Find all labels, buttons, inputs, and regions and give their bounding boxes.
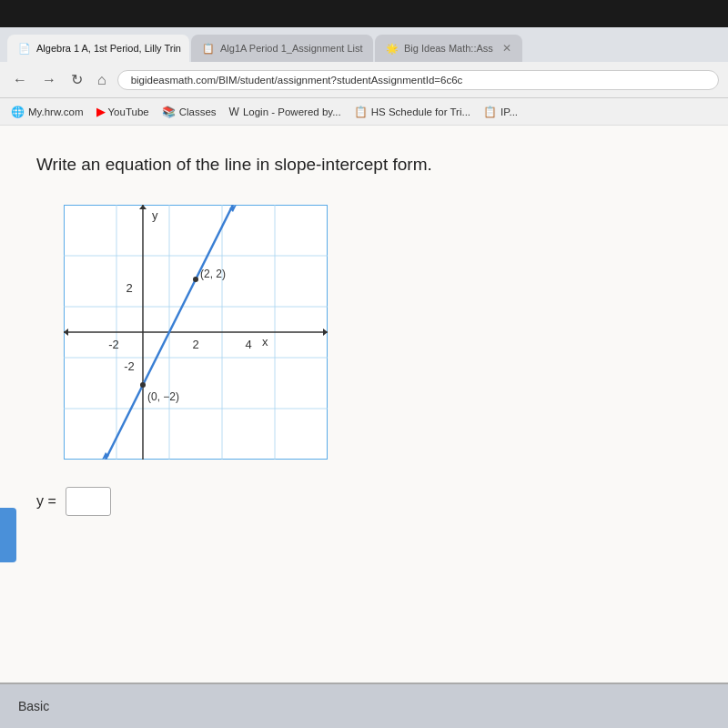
youtube-icon: ▶	[96, 106, 105, 118]
bookmark-classes[interactable]: 📚 Classes	[162, 106, 217, 118]
graph-container: -2 2 4 x 2 -2 y	[64, 205, 328, 460]
answer-label: y =	[36, 493, 56, 510]
tab-bigideas-label: Big Ideas Math::Ass	[404, 43, 493, 54]
svg-text:x: x	[262, 335, 268, 349]
tab-bigideas-close[interactable]: ✕	[502, 42, 511, 55]
svg-point-24	[193, 277, 198, 282]
hrw-icon: 🌐	[11, 106, 25, 118]
forward-button[interactable]: →	[38, 68, 60, 92]
bookmark-hrw-label: My.hrw.com	[28, 106, 84, 117]
svg-point-26	[140, 382, 146, 388]
page-content: Write an equation of the line in slope-i…	[0, 126, 728, 682]
tab-bigideas-icon: 🌟	[386, 43, 399, 55]
address-bar-row: ← → ↻ ⌂	[0, 62, 728, 98]
bookmark-hrw[interactable]: 🌐 My.hrw.com	[11, 106, 84, 118]
bookmark-classes-label: Classes	[179, 106, 217, 117]
svg-text:(0, −2): (0, −2)	[147, 390, 179, 403]
bookmark-ip-label: IP...	[500, 106, 518, 117]
tab-bigideas[interactable]: 🌟 Big Ideas Math::Ass ✕	[375, 35, 522, 62]
tab-algebra-label: Algebra 1 A, 1st Period, Lilly Trin	[36, 43, 181, 54]
svg-text:2: 2	[192, 338, 198, 351]
tab-assignment-close[interactable]: ✕	[372, 42, 373, 55]
svg-text:(2, 2): (2, 2)	[200, 268, 226, 280]
login-icon: W	[229, 106, 239, 118]
bookmark-login-label: Login - Powered by...	[243, 106, 341, 117]
bookmark-ip[interactable]: 📋 IP...	[483, 106, 518, 118]
home-button[interactable]: ⌂	[94, 68, 110, 92]
answer-input[interactable]	[66, 487, 111, 516]
bookmark-schedule-label: HS Schedule for Tri...	[371, 106, 470, 117]
question-text: Write an equation of the line in slope-i…	[36, 153, 692, 177]
ip-icon: 📋	[483, 106, 497, 118]
bookmark-youtube-label: YouTube	[108, 106, 149, 117]
svg-text:4: 4	[245, 338, 251, 351]
schedule-icon: 📋	[354, 106, 368, 118]
classes-icon: 📚	[162, 106, 176, 118]
tab-bar: 📄 Algebra 1 A, 1st Period, Lilly Trin ✕ …	[0, 27, 728, 62]
svg-text:-2: -2	[124, 359, 135, 373]
bookmark-login[interactable]: W Login - Powered by...	[229, 106, 341, 118]
answer-row: y =	[36, 487, 692, 516]
tab-algebra-icon: 📄	[18, 43, 31, 55]
bookmark-schedule[interactable]: 📋 HS Schedule for Tri...	[354, 106, 470, 118]
reload-button[interactable]: ↻	[67, 67, 86, 92]
top-bar	[0, 0, 728, 27]
svg-text:2: 2	[126, 281, 132, 295]
basic-label: Basic	[18, 699, 49, 713]
tab-algebra[interactable]: 📄 Algebra 1 A, 1st Period, Lilly Trin ✕	[7, 35, 189, 62]
bookmarks-bar: 🌐 My.hrw.com ▶ YouTube 📚 Classes W Login…	[0, 98, 728, 126]
graph-svg: -2 2 4 x 2 -2 y	[64, 205, 328, 460]
tab-assignment-label: Alg1A Period 1_Assignment List	[220, 43, 363, 54]
side-tab[interactable]	[0, 508, 16, 562]
bookmark-youtube[interactable]: ▶ YouTube	[96, 106, 149, 118]
svg-text:-2: -2	[108, 338, 119, 351]
browser: 📄 Algebra 1 A, 1st Period, Lilly Trin ✕ …	[0, 27, 728, 728]
bottom-toolbar: Basic	[0, 682, 728, 728]
tab-assignment[interactable]: 📋 Alg1A Period 1_Assignment List ✕	[191, 35, 373, 62]
back-button[interactable]: ←	[9, 68, 31, 92]
svg-text:y: y	[152, 208, 158, 222]
address-input[interactable]	[117, 70, 719, 90]
tab-assignment-icon: 📋	[202, 43, 215, 55]
